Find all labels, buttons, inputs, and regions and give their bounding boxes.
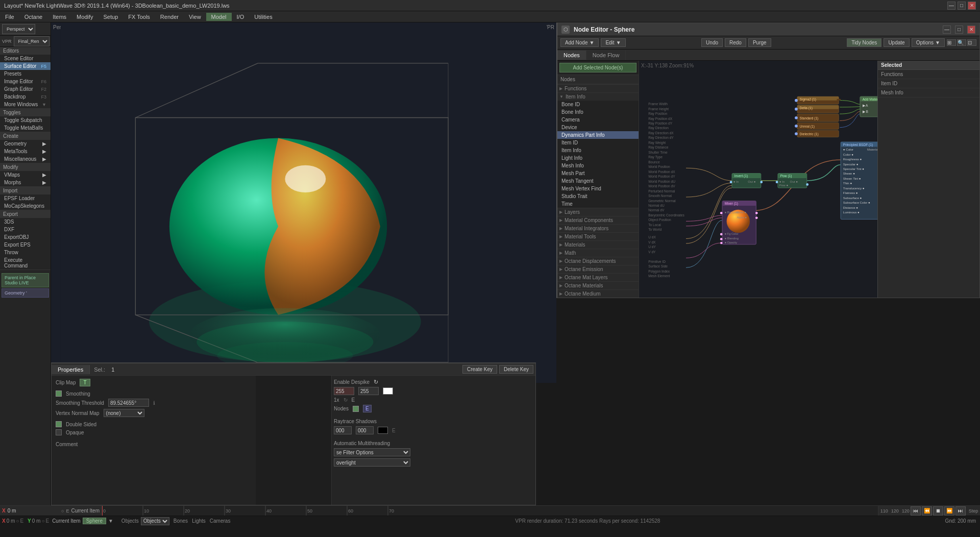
node-group-material-tools[interactable]: ▶ Material Tools xyxy=(557,232,639,240)
add-node-button[interactable]: Add Node ▼ xyxy=(560,38,599,47)
x-e-btn[interactable]: E xyxy=(20,518,23,524)
menu-io[interactable]: I/O xyxy=(232,13,250,21)
menu-view[interactable]: View xyxy=(184,13,206,21)
node-group-octane-emission[interactable]: ▶ Octane Emission xyxy=(557,265,639,273)
view-btn-3[interactable]: ⊡ xyxy=(967,39,976,46)
tab-properties[interactable]: Properties xyxy=(52,365,90,374)
node-group-layers[interactable]: ▶ Layers xyxy=(557,208,639,216)
color-preview[interactable] xyxy=(383,387,393,395)
clip-map-toggle[interactable]: T xyxy=(80,379,90,386)
timeline-track[interactable]: 0 10 20 30 40 50 60 70 xyxy=(102,506,878,516)
node-item-mesh-vertex-find[interactable]: Mesh Vertex Find xyxy=(557,185,639,192)
sidebar-item-exportobj[interactable]: ExportOBJ xyxy=(0,233,51,241)
smoothing-threshold-input[interactable] xyxy=(108,399,149,407)
sidebar-item-metatools[interactable]: MetaTools▶ xyxy=(0,148,51,155)
maximize-button[interactable]: □ xyxy=(958,2,966,10)
node-group-material-components[interactable]: ▶ Material Components xyxy=(557,216,639,224)
double-sided-checkbox[interactable] xyxy=(56,421,62,427)
view-type-select[interactable]: Perspective xyxy=(2,24,35,34)
sidebar-item-geometry[interactable]: Geometry▶ xyxy=(0,140,51,148)
menu-fxtools[interactable]: FX Tools xyxy=(123,13,155,21)
menu-octane[interactable]: Octane xyxy=(19,13,47,21)
vertex-normal-select[interactable]: (none) xyxy=(104,409,144,417)
node-editor-minimize[interactable]: — xyxy=(943,26,951,34)
tab-sel[interactable]: Sel.: xyxy=(90,365,109,374)
objects-select[interactable]: Objects xyxy=(141,517,169,525)
opaque-checkbox[interactable] xyxy=(56,429,62,435)
node-group-octane-medium[interactable]: ▶ Octane Medium xyxy=(557,289,639,298)
node-item-dynamics-part-info[interactable]: Dynamics Part Info xyxy=(557,131,639,139)
node-item-mesh-info[interactable]: Mesh Info xyxy=(557,162,639,169)
sidebar-item-morphs[interactable]: Morphs▶ xyxy=(0,179,51,186)
sidebar-item-miscellaneous[interactable]: Miscellaneous▶ xyxy=(0,155,51,163)
tidy-nodes-button[interactable]: Tidy Nodes xyxy=(847,38,881,47)
node-editor-maximize[interactable]: □ xyxy=(955,26,963,34)
node-canvas[interactable]: X:-31 Y:138 Zoom:91% Frame Width Frame H… xyxy=(639,61,979,298)
modify-header[interactable]: Modify xyxy=(0,163,51,171)
delete-key-button[interactable]: Delete Key xyxy=(499,365,533,374)
window-controls[interactable]: — □ ✕ xyxy=(947,2,976,10)
node-item-bone-id[interactable]: Bone ID xyxy=(557,101,639,108)
sidebar-item-toggle-subpatch[interactable]: Toggle Subpatch xyxy=(0,116,51,124)
sidebar-item-backdrop[interactable]: Backdrop F3 xyxy=(0,93,51,101)
nodes-edit-button[interactable]: E xyxy=(363,405,372,412)
play-end-button[interactable]: ⏭ xyxy=(955,506,966,516)
play-stop-button[interactable]: ⏹ xyxy=(933,506,943,516)
node-sigma2-expand[interactable] xyxy=(837,99,841,101)
render-preset-select[interactable]: Final_Render xyxy=(14,36,50,46)
menu-setup[interactable]: Setup xyxy=(99,13,124,21)
node-group-octane-materials[interactable]: ▶ Octane Materials xyxy=(557,281,639,289)
node-group-octane-displacements[interactable]: ▶ Octane Displacements xyxy=(557,257,639,265)
viewport-3d-scene[interactable] xyxy=(51,22,556,383)
sidebar-item-vmaps[interactable]: VMaps▶ xyxy=(0,171,51,179)
sidebar-item-presets[interactable]: Presets xyxy=(0,70,51,78)
node-item-item-info[interactable]: Item Info xyxy=(557,147,639,154)
nodes-checkbox[interactable] xyxy=(353,406,359,412)
menu-modify[interactable]: Modify xyxy=(71,13,98,21)
export-header[interactable]: Export xyxy=(0,210,51,218)
play-next-button[interactable]: ⏩ xyxy=(944,506,954,516)
current-item-dropdown[interactable]: ▼ xyxy=(108,518,113,524)
despike-refresh-icon[interactable]: ↻ xyxy=(374,379,380,385)
node-item-camera[interactable]: Camera xyxy=(557,116,639,124)
menu-render[interactable]: Render xyxy=(155,13,184,21)
sidebar-item-toggle-metaballs[interactable]: Toggle MetaBalls xyxy=(0,124,51,132)
edit-button[interactable]: Edit ▼ xyxy=(601,38,625,47)
node-item-mesh-part[interactable]: Mesh Part xyxy=(557,169,639,177)
sidebar-item-scene-editor[interactable]: Scene Editor xyxy=(0,55,51,62)
menu-items[interactable]: Items xyxy=(47,13,71,21)
sidebar-item-image-editor[interactable]: Image Editor F6 xyxy=(0,78,51,85)
node-group-octane-mat-layers[interactable]: ▶ Octane Mat Layers xyxy=(557,273,639,281)
sidebar-item-mocapskelegons[interactable]: MoCapSkelegons xyxy=(0,202,51,210)
sidebar-item-surface-editor[interactable]: Surface Editor F5 xyxy=(0,62,51,70)
sidebar-item-epsf-loader[interactable]: EPSF Loader xyxy=(0,194,51,202)
import-header[interactable]: Import xyxy=(0,187,51,194)
node-item-mesh-tangent[interactable]: Mesh Tangent xyxy=(557,177,639,185)
menu-file[interactable]: File xyxy=(0,13,19,21)
node-item-studio-trait[interactable]: Studio Trait xyxy=(557,192,639,200)
y-lock-btn[interactable]: ○ xyxy=(41,518,44,524)
smoothing-checkbox[interactable] xyxy=(56,390,62,397)
node-group-material-integrators[interactable]: ▶ Material Integrators xyxy=(557,224,639,232)
redo-button[interactable]: Redo xyxy=(725,38,746,47)
node-item-bone-info[interactable]: Bone Info xyxy=(557,108,639,116)
create-header[interactable]: Create xyxy=(0,132,51,140)
raytrace-e-button[interactable]: E xyxy=(392,428,396,433)
editors-header[interactable]: Editors xyxy=(0,47,51,55)
create-key-button[interactable]: Create Key xyxy=(462,365,497,374)
y-e-btn[interactable]: E xyxy=(45,518,49,524)
menu-utilities[interactable]: Utilities xyxy=(249,13,277,21)
overlight-select[interactable]: overlight xyxy=(334,458,410,467)
minimize-button[interactable]: — xyxy=(947,2,955,10)
node-item-time[interactable]: Time xyxy=(557,200,639,208)
refresh-icon[interactable]: ↻ xyxy=(344,397,348,403)
update-button[interactable]: Update xyxy=(884,38,909,47)
filter-options-select[interactable]: se Filter Options xyxy=(334,448,410,456)
node-editor-close[interactable]: ✕ xyxy=(967,26,975,34)
options-button[interactable]: Options ▼ xyxy=(912,38,945,47)
play-prev-button[interactable]: ⏪ xyxy=(922,506,932,516)
tab-nodes[interactable]: Nodes xyxy=(557,51,586,60)
raytrace-r-input[interactable] xyxy=(334,426,352,434)
play-start-button[interactable]: ⏮ xyxy=(911,506,921,516)
view-btn-1[interactable]: ⊞ xyxy=(947,39,956,46)
